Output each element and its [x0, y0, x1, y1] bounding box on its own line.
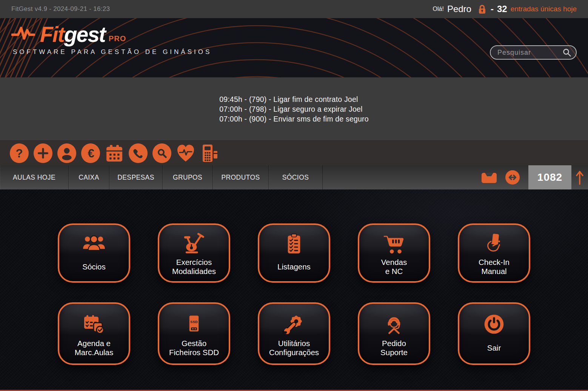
entries-label: entradas únicas hoje	[511, 5, 577, 13]
section-tab-bar: AULAS HOJE CAIXA DESPESAS GRUPOS PRODUTO…	[0, 165, 588, 189]
tile-label: Agenda e Marc.Aulas	[75, 338, 114, 363]
tabbar-right-cluster: 1082	[481, 165, 588, 189]
logo-text-pro: PRO	[109, 34, 126, 47]
main-menu: Sócios Exercícios Modalidades	[0, 189, 588, 390]
power-icon	[483, 312, 505, 336]
tab-grupos[interactable]: GRUPOS	[163, 165, 213, 189]
calendar-icon[interactable]	[105, 143, 124, 163]
search-input[interactable]	[497, 49, 563, 57]
pulse-icon	[11, 24, 39, 47]
heart-pulse-icon[interactable]	[176, 143, 195, 163]
tile-label: Exercícios Modalidades	[172, 257, 216, 281]
tile-label: Vendas e NC	[381, 257, 407, 281]
tab-produtos[interactable]: PRODUTOS	[213, 165, 269, 189]
tile-label: Listagens	[277, 257, 311, 281]
ssd-drive-icon: SSD	[183, 312, 205, 336]
search-circle-icon[interactable]	[152, 143, 172, 163]
tile-exercicios-modalidades[interactable]: Exercícios Modalidades	[158, 223, 230, 283]
tile-label: Gestão Ficheiros SDD	[169, 338, 219, 363]
tile-pedido-suporte[interactable]: Pedido Suporte	[358, 302, 430, 365]
tile-utilitarios-configuracoes[interactable]: Utilitários Configurações	[258, 302, 330, 365]
logo-text-gest: gest	[64, 22, 105, 47]
shopping-cart-icon	[382, 232, 406, 256]
tile-label: Sócios	[82, 257, 106, 281]
tile-label: Pedido Suporte	[380, 338, 408, 363]
tab-socios[interactable]: SÓCIOS	[269, 165, 323, 189]
username-label: Pedro	[447, 4, 471, 14]
tile-socios[interactable]: Sócios	[58, 223, 130, 283]
tile-label: Check-In Manual	[479, 257, 509, 281]
tab-despesas[interactable]: DESPESAS	[109, 165, 163, 189]
clipboard-list-icon	[283, 232, 305, 256]
top-status-bar: FitGest v4.9 - 2024-09-21 - 16:23 Olá! P…	[0, 0, 588, 18]
entries-dash: -	[491, 4, 494, 14]
entries-counter: 1082	[528, 165, 571, 189]
tile-listagens[interactable]: Listagens	[258, 223, 330, 283]
notification-line: 07:00h - (798) - Ligar seguro a expirar …	[219, 104, 369, 114]
header-band: Fit gest PRO SOFTWARE PARA GESTÃO DE GIN…	[0, 18, 588, 77]
exercise-bike-icon	[182, 232, 206, 256]
logo-text-fit: Fit	[40, 22, 64, 47]
app-tagline: SOFTWARE PARA GESTÃO DE GINÁSIOS	[13, 48, 212, 56]
greeting-label: Olá!	[433, 6, 444, 12]
notification-line: 09:45h - (790) - Ligar fim de contrato J…	[219, 94, 369, 104]
svg-text:SSD: SSD	[190, 320, 198, 324]
notification-line: 07:00h - (900) - Enviar sms de fim de se…	[219, 114, 369, 124]
tab-caixa[interactable]: CAIXA	[69, 165, 109, 189]
euro-icon[interactable]: €	[81, 143, 100, 163]
help-icon[interactable]: ?	[9, 143, 29, 163]
gear-wrench-icon	[282, 312, 306, 336]
pos-terminal-icon[interactable]	[200, 143, 219, 163]
search-icon[interactable]	[563, 48, 571, 57]
hand-card-icon	[483, 232, 505, 256]
tile-sair[interactable]: Sair	[458, 302, 530, 365]
notifications-panel: 09:45h - (790) - Ligar fim de contrato J…	[0, 77, 588, 140]
svg-text:?: ?	[16, 147, 23, 160]
svg-text:€: €	[88, 147, 94, 160]
tile-checkin-manual[interactable]: Check-In Manual	[458, 223, 530, 283]
arrow-up-icon[interactable]	[571, 169, 588, 185]
inbox-icon[interactable]	[481, 171, 497, 184]
lock-icon	[478, 4, 486, 14]
add-icon[interactable]	[33, 143, 53, 163]
tile-label: Utilitários Configurações	[269, 338, 319, 363]
member-icon[interactable]	[57, 143, 77, 163]
tile-agenda-marcacao-aulas[interactable]: Agenda e Marc.Aulas	[58, 302, 130, 365]
swap-horizontal-icon[interactable]	[505, 170, 520, 185]
topbar-user-area: Olá! Pedro - 32 entradas únicas hoje	[433, 4, 577, 14]
search-box[interactable]	[490, 45, 577, 60]
tab-aulas-hoje[interactable]: AULAS HOJE	[0, 165, 69, 189]
tile-label: Sair	[487, 338, 501, 363]
app-logo: Fit gest PRO SOFTWARE PARA GESTÃO DE GIN…	[11, 22, 212, 56]
phone-icon[interactable]	[128, 143, 148, 163]
entries-count: 32	[497, 4, 507, 14]
tile-vendas-nc[interactable]: Vendas e NC	[358, 223, 430, 283]
app-version-datetime: FitGest v4.9 - 2024-09-21 - 16:23	[11, 5, 110, 13]
members-group-icon	[82, 232, 106, 256]
support-agent-icon	[383, 312, 405, 336]
calendar-check-icon	[82, 312, 106, 336]
tile-gestao-ficheiros-sdd[interactable]: SSD Gestão Ficheiros SDD	[158, 302, 230, 365]
quick-actions-toolbar: ? €	[0, 140, 588, 165]
